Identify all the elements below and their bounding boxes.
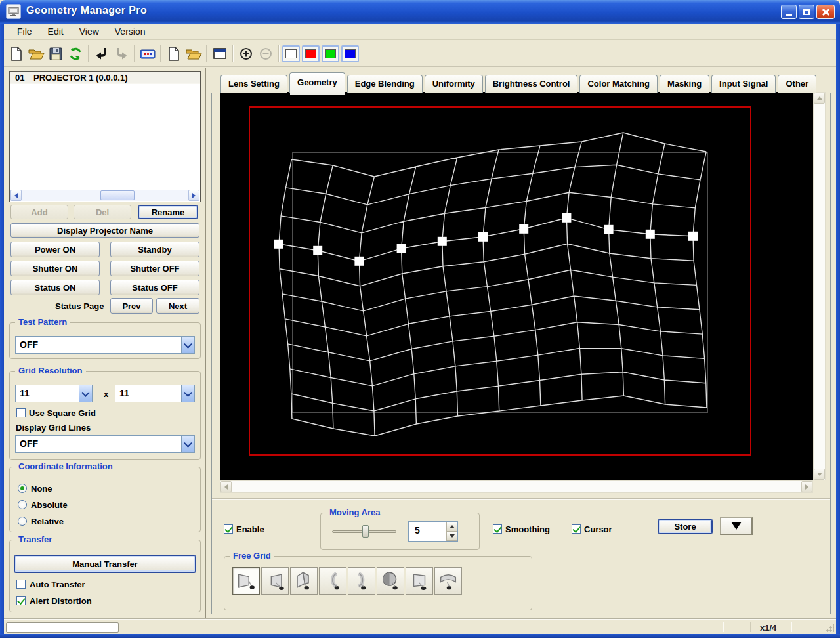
moving-area-spinner[interactable]: 5 <box>408 521 458 542</box>
none-radio[interactable] <box>18 484 27 493</box>
toolbar-separator <box>206 45 207 62</box>
scroll-down-button[interactable] <box>814 469 825 480</box>
tab-brightness-control[interactable]: Brightness Control <box>485 75 578 93</box>
resize-grip[interactable] <box>826 624 834 632</box>
relative-radio[interactable] <box>18 517 27 526</box>
scroll-right-button[interactable] <box>188 190 200 201</box>
scroll-up-button[interactable] <box>814 93 825 104</box>
window-icon[interactable] <box>210 44 230 64</box>
manual-transfer-button[interactable]: Manual Transfer <box>14 555 196 573</box>
distortion-mesh[interactable] <box>220 92 813 480</box>
menu-view[interactable]: View <box>73 24 106 39</box>
next-button[interactable]: Next <box>156 298 200 314</box>
menu-file[interactable]: File <box>10 24 39 39</box>
smoothing-checkbox[interactable] <box>493 524 502 534</box>
new-file-icon[interactable] <box>7 44 26 64</box>
cursor-checkbox[interactable] <box>572 524 581 534</box>
return-arrow-icon[interactable] <box>92 44 112 64</box>
grid-y-combo[interactable]: 11 <box>115 385 195 402</box>
tab-masking[interactable]: Masking <box>660 75 709 93</box>
canvas-vertical-scrollbar[interactable] <box>813 92 826 480</box>
save-icon[interactable] <box>46 44 66 64</box>
add-button[interactable]: Add <box>10 205 68 219</box>
spinner-down-button[interactable] <box>446 532 457 542</box>
free-grid-mode-3-button[interactable] <box>290 567 318 595</box>
absolute-radio[interactable] <box>18 500 27 509</box>
free-grid-mode-8-button[interactable] <box>434 567 462 595</box>
use-square-grid-checkbox[interactable] <box>16 408 26 417</box>
spinner-up-button[interactable] <box>446 522 457 532</box>
chevron-down-icon[interactable] <box>79 385 92 402</box>
scrollbar-thumb[interactable] <box>100 190 135 200</box>
tab-lens-setting[interactable]: Lens Setting <box>220 75 287 93</box>
geometry-canvas[interactable] <box>220 92 813 480</box>
standby-button[interactable]: Standby <box>110 242 200 257</box>
free-grid-mode-4-button[interactable] <box>319 567 346 595</box>
free-grid-mode-5-button[interactable] <box>348 567 375 595</box>
test-pattern-group: Test Pattern OFF <box>9 322 201 359</box>
free-grid-mode-2-button[interactable] <box>261 567 289 595</box>
maximize-button[interactable] <box>799 5 814 19</box>
tab-color-matching[interactable]: Color Matching <box>579 75 658 93</box>
scroll-left-button[interactable] <box>220 481 232 492</box>
del-button[interactable]: Del <box>74 205 131 219</box>
prev-button[interactable]: Prev <box>110 298 153 314</box>
tab-other[interactable]: Other <box>778 75 816 93</box>
chevron-down-icon[interactable] <box>181 436 194 452</box>
canvas-horizontal-scrollbar[interactable] <box>220 480 813 493</box>
enable-checkbox[interactable] <box>224 524 233 534</box>
close-button[interactable] <box>816 5 835 19</box>
tab-input-signal[interactable]: Input Signal <box>711 75 776 93</box>
white-swatch-button[interactable] <box>282 45 300 62</box>
free-grid-mode-1-button[interactable] <box>232 567 260 595</box>
toolbar-separator <box>278 45 280 62</box>
store-dropdown-button[interactable] <box>720 517 753 535</box>
free-grid-mode-7-button[interactable] <box>406 567 433 595</box>
tab-edge-blending[interactable]: Edge Blending <box>347 75 423 93</box>
screen-curved-band-icon <box>437 570 459 592</box>
white-swatch-chip <box>285 49 297 58</box>
tab-geometry[interactable]: Geometry <box>289 72 345 93</box>
menu-version[interactable]: Version <box>108 24 152 39</box>
grid-x-combo[interactable]: 11 <box>15 385 93 402</box>
status-off-button[interactable]: Status OFF <box>110 280 200 295</box>
zoom-in-icon[interactable] <box>236 44 256 64</box>
zoom-out-icon[interactable] <box>256 44 276 64</box>
red-swatch-button[interactable] <box>302 45 320 62</box>
projector-list[interactable]: 01 PROJECTOR 1 (0.0.0.1) <box>9 71 201 202</box>
open-file-2-icon[interactable] <box>184 44 203 64</box>
blue-swatch-button[interactable] <box>341 45 359 62</box>
display-projector-name-button[interactable]: Display Projector Name <box>10 223 200 238</box>
store-button[interactable]: Store <box>658 519 713 534</box>
status-on-button[interactable]: Status ON <box>10 280 100 295</box>
scroll-left-button[interactable] <box>10 190 22 201</box>
projector-list-item[interactable]: 01 PROJECTOR 1 (0.0.0.1) <box>10 72 200 84</box>
refresh-icon[interactable] <box>66 44 85 64</box>
screen-flat-left-icon <box>235 570 257 592</box>
rename-button[interactable]: Rename <box>138 205 198 219</box>
shutter-on-button[interactable]: Shutter ON <box>10 261 100 276</box>
chevron-down-icon[interactable] <box>181 385 194 402</box>
display-grid-lines-combo[interactable]: OFF <box>15 435 195 453</box>
menu-edit[interactable]: Edit <box>41 24 70 39</box>
power-on-button[interactable]: Power ON <box>10 242 100 257</box>
chevron-down-icon[interactable] <box>181 337 194 353</box>
menu-bar: File Edit View Version <box>4 24 836 40</box>
test-pattern-combo[interactable]: OFF <box>15 336 195 354</box>
control-panel-icon[interactable] <box>138 44 158 64</box>
new-file-2-icon[interactable] <box>164 44 184 64</box>
minimize-button[interactable] <box>781 5 797 19</box>
projector-list-scrollbar[interactable] <box>10 190 200 201</box>
open-file-icon[interactable] <box>26 44 46 64</box>
slider-thumb[interactable] <box>362 525 369 538</box>
scroll-right-button[interactable] <box>801 481 812 492</box>
auto-transfer-checkbox[interactable] <box>16 580 26 589</box>
forward-arrow-icon[interactable] <box>112 44 131 64</box>
alert-distortion-checkbox[interactable] <box>16 596 26 605</box>
shutter-off-button[interactable]: Shutter OFF <box>110 261 200 276</box>
spinner-down-icon <box>450 534 455 538</box>
projector-name: PROJECTOR 1 (0.0.0.1) <box>33 73 128 83</box>
tab-uniformity[interactable]: Uniformity <box>425 75 483 93</box>
green-swatch-button[interactable] <box>322 45 339 62</box>
free-grid-mode-6-button[interactable] <box>377 567 404 595</box>
